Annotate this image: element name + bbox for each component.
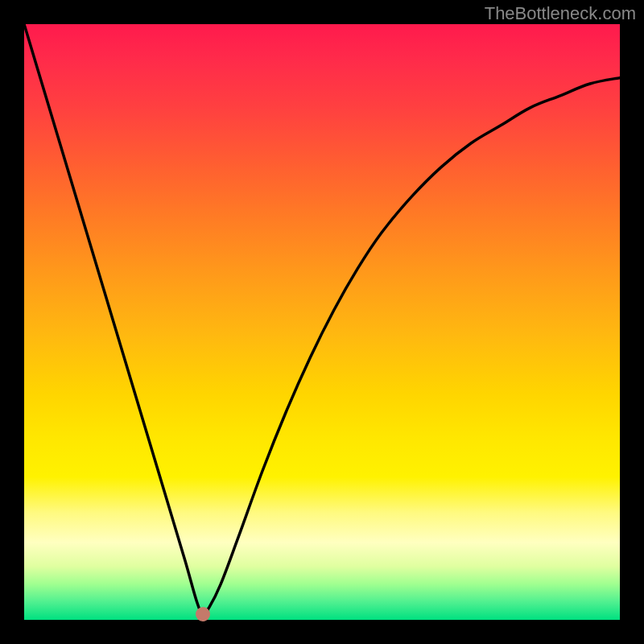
- bottleneck-curve-line: [24, 24, 620, 620]
- optimal-point-marker: [196, 607, 210, 621]
- attribution-label: TheBottleneck.com: [485, 3, 636, 24]
- chart-plot-area: [24, 24, 620, 620]
